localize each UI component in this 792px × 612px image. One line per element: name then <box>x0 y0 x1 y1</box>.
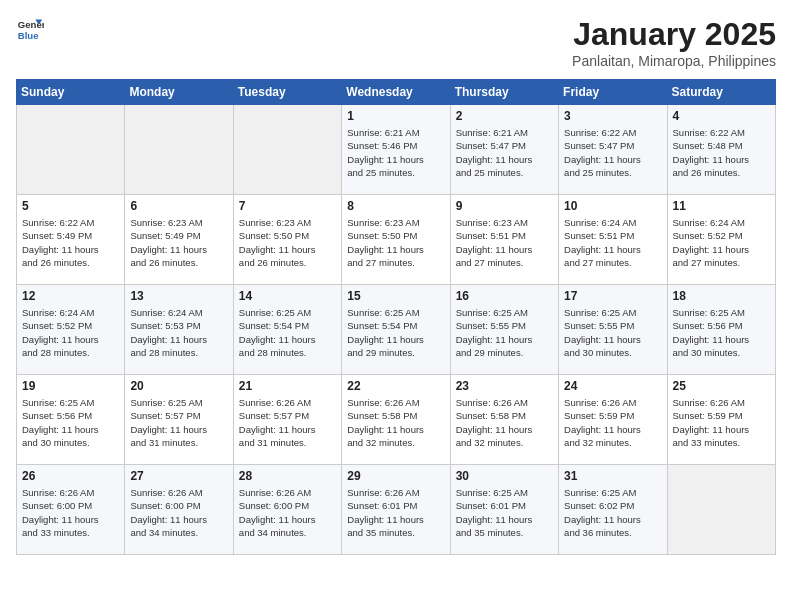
day-number: 31 <box>564 469 661 483</box>
calendar-cell: 10Sunrise: 6:24 AM Sunset: 5:51 PM Dayli… <box>559 195 667 285</box>
day-info: Sunrise: 6:21 AM Sunset: 5:47 PM Dayligh… <box>456 126 553 179</box>
day-number: 4 <box>673 109 770 123</box>
day-info: Sunrise: 6:26 AM Sunset: 5:57 PM Dayligh… <box>239 396 336 449</box>
logo: General Blue <box>16 16 44 44</box>
day-info: Sunrise: 6:25 AM Sunset: 5:55 PM Dayligh… <box>456 306 553 359</box>
day-number: 14 <box>239 289 336 303</box>
calendar-cell: 12Sunrise: 6:24 AM Sunset: 5:52 PM Dayli… <box>17 285 125 375</box>
calendar-cell: 25Sunrise: 6:26 AM Sunset: 5:59 PM Dayli… <box>667 375 775 465</box>
calendar-cell: 17Sunrise: 6:25 AM Sunset: 5:55 PM Dayli… <box>559 285 667 375</box>
day-info: Sunrise: 6:26 AM Sunset: 6:00 PM Dayligh… <box>239 486 336 539</box>
weekday-header: Friday <box>559 80 667 105</box>
calendar-table: SundayMondayTuesdayWednesdayThursdayFrid… <box>16 79 776 555</box>
day-info: Sunrise: 6:21 AM Sunset: 5:46 PM Dayligh… <box>347 126 444 179</box>
calendar-cell: 7Sunrise: 6:23 AM Sunset: 5:50 PM Daylig… <box>233 195 341 285</box>
calendar-cell: 31Sunrise: 6:25 AM Sunset: 6:02 PM Dayli… <box>559 465 667 555</box>
weekday-header: Saturday <box>667 80 775 105</box>
calendar-cell: 14Sunrise: 6:25 AM Sunset: 5:54 PM Dayli… <box>233 285 341 375</box>
location: Panlaitan, Mimaropa, Philippines <box>572 53 776 69</box>
day-info: Sunrise: 6:23 AM Sunset: 5:51 PM Dayligh… <box>456 216 553 269</box>
day-info: Sunrise: 6:26 AM Sunset: 5:59 PM Dayligh… <box>564 396 661 449</box>
day-number: 3 <box>564 109 661 123</box>
day-number: 13 <box>130 289 227 303</box>
calendar-cell: 8Sunrise: 6:23 AM Sunset: 5:50 PM Daylig… <box>342 195 450 285</box>
day-info: Sunrise: 6:26 AM Sunset: 6:00 PM Dayligh… <box>130 486 227 539</box>
weekday-header: Monday <box>125 80 233 105</box>
day-info: Sunrise: 6:23 AM Sunset: 5:50 PM Dayligh… <box>347 216 444 269</box>
day-number: 18 <box>673 289 770 303</box>
day-info: Sunrise: 6:25 AM Sunset: 6:01 PM Dayligh… <box>456 486 553 539</box>
day-info: Sunrise: 6:25 AM Sunset: 5:57 PM Dayligh… <box>130 396 227 449</box>
day-info: Sunrise: 6:24 AM Sunset: 5:53 PM Dayligh… <box>130 306 227 359</box>
calendar-cell <box>17 105 125 195</box>
calendar-cell: 22Sunrise: 6:26 AM Sunset: 5:58 PM Dayli… <box>342 375 450 465</box>
day-info: Sunrise: 6:25 AM Sunset: 5:54 PM Dayligh… <box>347 306 444 359</box>
weekday-header: Tuesday <box>233 80 341 105</box>
calendar-week-row: 1Sunrise: 6:21 AM Sunset: 5:46 PM Daylig… <box>17 105 776 195</box>
day-number: 6 <box>130 199 227 213</box>
day-info: Sunrise: 6:24 AM Sunset: 5:51 PM Dayligh… <box>564 216 661 269</box>
day-number: 19 <box>22 379 119 393</box>
day-info: Sunrise: 6:26 AM Sunset: 6:01 PM Dayligh… <box>347 486 444 539</box>
calendar-cell: 30Sunrise: 6:25 AM Sunset: 6:01 PM Dayli… <box>450 465 558 555</box>
calendar-cell: 16Sunrise: 6:25 AM Sunset: 5:55 PM Dayli… <box>450 285 558 375</box>
day-info: Sunrise: 6:22 AM Sunset: 5:49 PM Dayligh… <box>22 216 119 269</box>
calendar-cell: 21Sunrise: 6:26 AM Sunset: 5:57 PM Dayli… <box>233 375 341 465</box>
day-number: 17 <box>564 289 661 303</box>
day-info: Sunrise: 6:24 AM Sunset: 5:52 PM Dayligh… <box>673 216 770 269</box>
day-number: 5 <box>22 199 119 213</box>
calendar-cell <box>233 105 341 195</box>
day-number: 29 <box>347 469 444 483</box>
day-info: Sunrise: 6:25 AM Sunset: 5:56 PM Dayligh… <box>22 396 119 449</box>
day-number: 20 <box>130 379 227 393</box>
logo-icon: General Blue <box>16 16 44 44</box>
day-info: Sunrise: 6:26 AM Sunset: 5:58 PM Dayligh… <box>347 396 444 449</box>
calendar-cell: 19Sunrise: 6:25 AM Sunset: 5:56 PM Dayli… <box>17 375 125 465</box>
day-number: 9 <box>456 199 553 213</box>
day-info: Sunrise: 6:26 AM Sunset: 5:59 PM Dayligh… <box>673 396 770 449</box>
day-number: 15 <box>347 289 444 303</box>
calendar-cell: 13Sunrise: 6:24 AM Sunset: 5:53 PM Dayli… <box>125 285 233 375</box>
day-info: Sunrise: 6:26 AM Sunset: 5:58 PM Dayligh… <box>456 396 553 449</box>
calendar-header-row: SundayMondayTuesdayWednesdayThursdayFrid… <box>17 80 776 105</box>
calendar-cell: 18Sunrise: 6:25 AM Sunset: 5:56 PM Dayli… <box>667 285 775 375</box>
day-number: 11 <box>673 199 770 213</box>
day-info: Sunrise: 6:25 AM Sunset: 5:55 PM Dayligh… <box>564 306 661 359</box>
day-number: 25 <box>673 379 770 393</box>
day-number: 2 <box>456 109 553 123</box>
calendar-cell: 9Sunrise: 6:23 AM Sunset: 5:51 PM Daylig… <box>450 195 558 285</box>
day-info: Sunrise: 6:26 AM Sunset: 6:00 PM Dayligh… <box>22 486 119 539</box>
calendar-cell: 4Sunrise: 6:22 AM Sunset: 5:48 PM Daylig… <box>667 105 775 195</box>
day-info: Sunrise: 6:24 AM Sunset: 5:52 PM Dayligh… <box>22 306 119 359</box>
calendar-cell: 29Sunrise: 6:26 AM Sunset: 6:01 PM Dayli… <box>342 465 450 555</box>
calendar-cell: 24Sunrise: 6:26 AM Sunset: 5:59 PM Dayli… <box>559 375 667 465</box>
calendar-cell: 11Sunrise: 6:24 AM Sunset: 5:52 PM Dayli… <box>667 195 775 285</box>
svg-text:Blue: Blue <box>18 30 39 41</box>
day-number: 22 <box>347 379 444 393</box>
day-number: 21 <box>239 379 336 393</box>
day-info: Sunrise: 6:25 AM Sunset: 5:54 PM Dayligh… <box>239 306 336 359</box>
day-number: 28 <box>239 469 336 483</box>
day-info: Sunrise: 6:25 AM Sunset: 6:02 PM Dayligh… <box>564 486 661 539</box>
calendar-cell: 15Sunrise: 6:25 AM Sunset: 5:54 PM Dayli… <box>342 285 450 375</box>
calendar-cell <box>125 105 233 195</box>
day-number: 10 <box>564 199 661 213</box>
day-info: Sunrise: 6:22 AM Sunset: 5:47 PM Dayligh… <box>564 126 661 179</box>
weekday-header: Wednesday <box>342 80 450 105</box>
day-number: 1 <box>347 109 444 123</box>
calendar-cell: 6Sunrise: 6:23 AM Sunset: 5:49 PM Daylig… <box>125 195 233 285</box>
day-number: 8 <box>347 199 444 213</box>
calendar-cell: 23Sunrise: 6:26 AM Sunset: 5:58 PM Dayli… <box>450 375 558 465</box>
day-info: Sunrise: 6:23 AM Sunset: 5:49 PM Dayligh… <box>130 216 227 269</box>
weekday-header: Thursday <box>450 80 558 105</box>
day-number: 26 <box>22 469 119 483</box>
page-header: General Blue January 2025 Panlaitan, Mim… <box>16 16 776 69</box>
month-title: January 2025 <box>572 16 776 53</box>
day-number: 30 <box>456 469 553 483</box>
calendar-cell: 2Sunrise: 6:21 AM Sunset: 5:47 PM Daylig… <box>450 105 558 195</box>
calendar-cell: 5Sunrise: 6:22 AM Sunset: 5:49 PM Daylig… <box>17 195 125 285</box>
title-block: January 2025 Panlaitan, Mimaropa, Philip… <box>572 16 776 69</box>
weekday-header: Sunday <box>17 80 125 105</box>
day-info: Sunrise: 6:22 AM Sunset: 5:48 PM Dayligh… <box>673 126 770 179</box>
day-info: Sunrise: 6:25 AM Sunset: 5:56 PM Dayligh… <box>673 306 770 359</box>
